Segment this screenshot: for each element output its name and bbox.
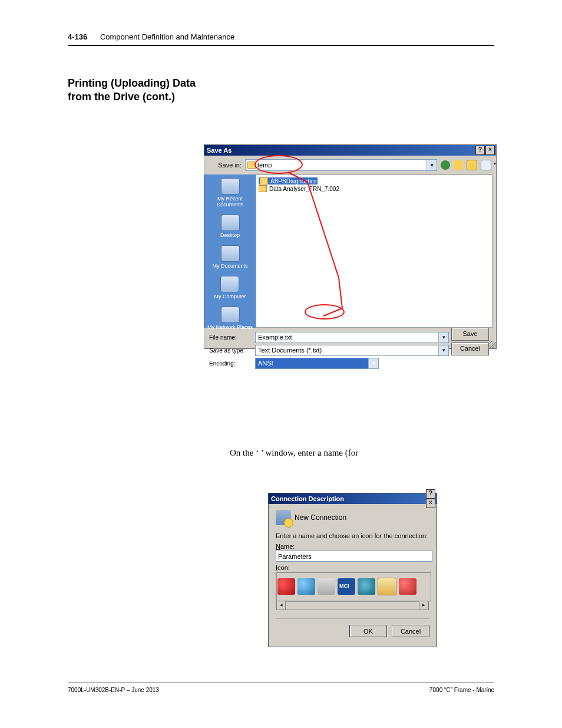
page-header: 4-136 Component Definition and Maintenan… xyxy=(68,32,494,46)
conn-title: Connection Description xyxy=(271,495,344,502)
conn-titlebar: Connection Description ? × xyxy=(269,493,437,504)
connection-description-dialog: Connection Description ? × New Connectio… xyxy=(268,493,437,647)
ok-button[interactable]: OK xyxy=(349,625,387,637)
connection-icon-option[interactable] xyxy=(378,578,396,595)
network-places-icon xyxy=(221,307,240,323)
connection-icon-option[interactable] xyxy=(358,578,375,595)
scroll-right-icon[interactable]: ▸ xyxy=(419,601,428,610)
annotation-oval xyxy=(305,304,345,319)
folder-icon xyxy=(260,177,268,185)
body-text: On the ‘ ’ window, enter a name (for xyxy=(230,448,501,458)
filename-input[interactable]: Example.txt xyxy=(255,332,449,343)
saveastype-label: Save as type: xyxy=(209,347,250,354)
help-button[interactable]: ? xyxy=(426,489,435,499)
section-title: Printing (Uploading) Data from the Drive… xyxy=(68,77,197,104)
icon-selector[interactable] xyxy=(276,572,431,601)
cancel-button[interactable]: Cancel xyxy=(392,625,429,637)
connection-icon-option[interactable] xyxy=(297,578,315,595)
conn-prompt: Enter a name and choose an icon for the … xyxy=(276,532,429,539)
list-item[interactable]: Data Analyser_FRN_7.002 xyxy=(259,185,339,193)
save-as-dialog: Save As ? × Save in: temp ▾ My Recent Do… xyxy=(204,144,497,349)
places-bar: My Recent Documents Desktop My Documents… xyxy=(204,174,256,328)
annotation-oval xyxy=(254,155,303,174)
my-documents-icon xyxy=(221,245,240,262)
connection-icon-option[interactable] xyxy=(338,578,355,595)
chevron-down-icon[interactable]: ▾ xyxy=(427,160,437,170)
desktop-icon xyxy=(221,215,240,231)
icon-label: Icon: xyxy=(276,564,429,571)
cancel-button[interactable]: Cancel xyxy=(451,342,489,355)
name-label: Name: xyxy=(276,543,429,550)
new-connection-icon xyxy=(276,510,291,525)
save-as-title: Save As xyxy=(207,147,232,154)
encoding-label: Encoding: xyxy=(209,360,250,367)
scroll-left-icon[interactable]: ◂ xyxy=(276,601,286,610)
save-button[interactable]: Save xyxy=(451,328,489,341)
my-computer-icon xyxy=(220,276,239,292)
page-footer: 7000L-UM302B-EN-P – June 2013 7000 “C” F… xyxy=(68,683,494,693)
connection-icon-option[interactable] xyxy=(277,578,295,595)
name-input[interactable] xyxy=(276,551,432,562)
up-one-level-icon[interactable] xyxy=(454,160,463,170)
icon-scrollbar[interactable]: ◂ ▸ xyxy=(276,601,429,610)
footer-right: 7000 “C” Frame - Marine xyxy=(429,687,494,693)
views-icon[interactable] xyxy=(481,160,491,170)
help-button[interactable]: ? xyxy=(475,146,485,155)
place-network[interactable]: My Network Places xyxy=(207,307,253,330)
back-icon[interactable] xyxy=(441,160,450,170)
saveastype-dropdown[interactable]: Text Documents (*.txt) xyxy=(255,345,449,356)
place-desktop[interactable]: Desktop xyxy=(220,215,240,238)
file-list[interactable]: ABPBDiagnostics Data Analyser_FRN_7.002 xyxy=(256,174,492,328)
place-mydocs[interactable]: My Documents xyxy=(212,245,247,269)
place-recent[interactable]: My Recent Documents xyxy=(206,178,254,207)
save-as-titlebar: Save As ? × xyxy=(204,145,496,156)
page-number: 4-136 xyxy=(68,32,87,41)
conn-heading: New Connection xyxy=(295,513,346,522)
folder-icon xyxy=(259,185,267,192)
encoding-dropdown[interactable]: ANSI xyxy=(255,358,379,369)
list-item[interactable]: ABPBDiagnostics xyxy=(259,177,318,185)
resize-grip-icon[interactable] xyxy=(489,341,496,348)
close-button[interactable]: × xyxy=(485,146,495,155)
save-in-label: Save in: xyxy=(209,162,242,169)
footer-left: 7000L-UM302B-EN-P – June 2013 xyxy=(68,687,159,693)
connection-icon-option[interactable] xyxy=(399,578,416,595)
filename-label: File name: xyxy=(209,334,250,341)
chapter-title: Component Definition and Maintenance xyxy=(100,32,234,41)
recent-documents-icon xyxy=(221,178,240,195)
close-button[interactable]: × xyxy=(426,499,435,508)
place-mycomputer[interactable]: My Computer xyxy=(214,276,246,299)
connection-icon-option[interactable] xyxy=(318,578,335,595)
new-folder-icon[interactable] xyxy=(467,160,477,170)
